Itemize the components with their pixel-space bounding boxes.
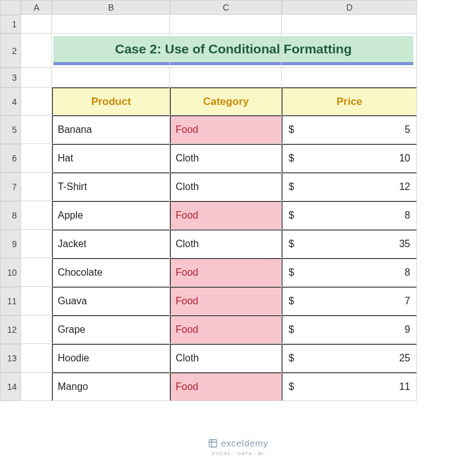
cell[interactable] [170, 287, 282, 315]
cell[interactable] [170, 344, 282, 373]
cell[interactable] [170, 173, 282, 201]
cell[interactable] [52, 115, 170, 144]
row-header-8[interactable]: 8 [0, 201, 21, 230]
cell[interactable] [52, 258, 170, 287]
cell[interactable] [170, 34, 282, 68]
cell[interactable] [282, 34, 417, 68]
cell[interactable] [21, 173, 52, 201]
cell[interactable] [52, 144, 170, 173]
cell[interactable] [170, 15, 282, 34]
row-header-3[interactable]: 3 [0, 68, 21, 88]
row-header-10[interactable]: 10 [0, 258, 21, 287]
cell[interactable] [21, 230, 52, 258]
cell[interactable] [21, 88, 52, 115]
cell[interactable] [21, 68, 52, 88]
cell[interactable] [282, 173, 417, 201]
cell[interactable] [282, 144, 417, 173]
cell[interactable] [52, 201, 170, 230]
cell[interactable] [52, 15, 170, 34]
cell[interactable] [21, 373, 52, 401]
row-header-14[interactable]: 14 [0, 373, 21, 401]
row-header-13[interactable]: 13 [0, 344, 21, 373]
watermark: exceldemy [0, 438, 476, 448]
cell[interactable] [21, 34, 52, 68]
cell[interactable] [282, 373, 417, 401]
row-header-5[interactable]: 5 [0, 115, 21, 144]
cell[interactable] [282, 344, 417, 373]
cell[interactable] [52, 373, 170, 401]
cell[interactable] [21, 287, 52, 315]
svg-rect-0 [209, 440, 217, 447]
cell[interactable] [170, 315, 282, 344]
column-header-a[interactable]: A [21, 0, 52, 15]
spreadsheet-icon [208, 438, 218, 448]
cell[interactable] [170, 258, 282, 287]
cell[interactable] [282, 88, 417, 115]
watermark-tagline: EXCEL · DATA · BI [0, 451, 476, 456]
cell[interactable] [282, 15, 417, 34]
cell[interactable] [170, 144, 282, 173]
cell[interactable] [170, 88, 282, 115]
cell[interactable] [282, 258, 417, 287]
cell[interactable] [21, 258, 52, 287]
row-header-12[interactable]: 12 [0, 315, 21, 344]
row-header-4[interactable]: 4 [0, 88, 21, 115]
row-header-7[interactable]: 7 [0, 173, 21, 201]
cell[interactable] [52, 68, 170, 88]
column-header-d[interactable]: D [282, 0, 417, 15]
cell[interactable] [282, 315, 417, 344]
cell[interactable] [52, 173, 170, 201]
watermark-brand: exceldemy [221, 438, 268, 448]
cell[interactable] [170, 230, 282, 258]
cell[interactable] [21, 315, 52, 344]
cell[interactable] [52, 34, 170, 68]
column-header-b[interactable]: B [52, 0, 170, 15]
cell[interactable] [52, 88, 170, 115]
cell[interactable] [282, 230, 417, 258]
column-header-c[interactable]: C [170, 0, 282, 15]
cell[interactable] [170, 201, 282, 230]
cell[interactable] [282, 201, 417, 230]
cell[interactable] [52, 287, 170, 315]
cell[interactable] [21, 201, 52, 230]
row-header-11[interactable]: 11 [0, 287, 21, 315]
row-header-1[interactable]: 1 [0, 15, 21, 34]
cell[interactable] [170, 373, 282, 401]
cell[interactable] [52, 315, 170, 344]
row-header-6[interactable]: 6 [0, 144, 21, 173]
cell[interactable] [21, 115, 52, 144]
select-all-corner[interactable] [0, 0, 21, 15]
cell[interactable] [170, 115, 282, 144]
row-header-2[interactable]: 2 [0, 34, 21, 68]
cell[interactable] [282, 115, 417, 144]
cell[interactable] [21, 15, 52, 34]
cell[interactable] [282, 68, 417, 88]
cell[interactable] [52, 344, 170, 373]
cell[interactable] [52, 230, 170, 258]
cell[interactable] [282, 287, 417, 315]
row-header-9[interactable]: 9 [0, 230, 21, 258]
cell[interactable] [21, 344, 52, 373]
cell[interactable] [170, 68, 282, 88]
cell[interactable] [21, 144, 52, 173]
